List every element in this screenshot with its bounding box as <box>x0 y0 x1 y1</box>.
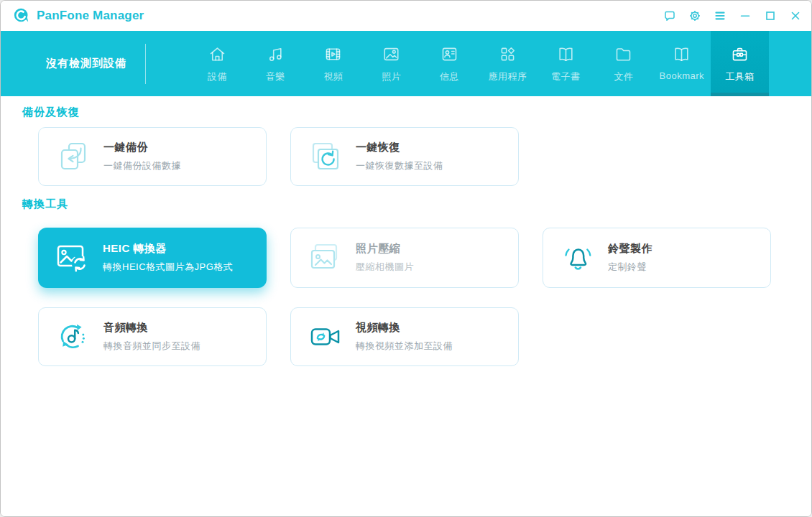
card-title: 照片壓縮 <box>356 242 414 256</box>
card-subtitle: 轉換音頻並同步至設備 <box>103 340 200 353</box>
tab-toolbox[interactable]: 工具箱 <box>711 31 769 96</box>
card-one-click-backup[interactable]: 一鍵備份 一鍵備份設備數據 <box>38 127 267 186</box>
app-title: PanFone Manager <box>37 9 144 23</box>
minimize-icon[interactable] <box>738 9 752 23</box>
card-title: 鈴聲製作 <box>608 242 652 256</box>
card-title: 視頻轉換 <box>356 321 453 335</box>
tab-bookmark[interactable]: Bookmark <box>652 31 711 96</box>
bookmark-book-icon <box>672 45 691 64</box>
titlebar-controls <box>663 9 803 23</box>
card-one-click-restore[interactable]: 一鍵恢復 一鍵恢復數據至設備 <box>290 127 519 186</box>
tab-info[interactable]: 信息 <box>420 31 479 96</box>
app-window: PanFone Manager <box>0 0 812 517</box>
contacts-card-icon <box>440 45 459 64</box>
convert-tools-row-1: HEIC 轉換器 轉換HEIC格式圖片為JPG格式 照片壓縮 壓縮相機圖片 <box>38 228 771 288</box>
video-convert-icon <box>308 320 343 354</box>
tab-photos[interactable]: 照片 <box>362 31 420 96</box>
card-subtitle: 壓縮相機圖片 <box>356 261 414 274</box>
card-title: 音頻轉換 <box>103 321 200 335</box>
main-content: 備份及恢復 一鍵備份 一鍵備份設備數據 <box>1 96 811 516</box>
photo-icon <box>382 45 401 64</box>
tab-label: 信息 <box>440 70 459 83</box>
card-audio-convert[interactable]: 音頻轉換 轉換音頻並同步至設備 <box>38 307 267 366</box>
tab-apps[interactable]: 應用程序 <box>479 31 537 96</box>
menu-icon[interactable] <box>713 9 727 23</box>
nav-divider <box>145 44 146 84</box>
photo-compress-icon <box>308 241 343 275</box>
tab-label: 視頻 <box>323 70 343 83</box>
tab-files[interactable]: 文件 <box>595 31 653 96</box>
card-video-convert[interactable]: 視頻轉換 轉換視頻並添加至設備 <box>290 307 519 366</box>
card-title: 一鍵備份 <box>103 141 181 154</box>
card-subtitle: 一鍵恢復數據至設備 <box>356 159 443 172</box>
nav-bar: 沒有檢測到設備 設備 音樂 <box>1 31 811 96</box>
card-title: HEIC 轉換器 <box>103 242 233 256</box>
feedback-icon[interactable] <box>663 9 677 23</box>
card-subtitle: 定制鈴聲 <box>608 261 652 274</box>
nav-tabs: 設備 音樂 視頻 <box>188 31 769 96</box>
maximize-icon[interactable] <box>763 9 778 23</box>
card-subtitle: 轉換視頻並添加至設備 <box>356 340 453 353</box>
device-status: 沒有檢測到設備 <box>46 31 126 96</box>
title-bar: PanFone Manager <box>1 1 811 31</box>
device-home-icon <box>208 45 227 64</box>
card-subtitle: 轉換HEIC格式圖片為JPG格式 <box>103 261 233 274</box>
tab-video[interactable]: 視頻 <box>305 31 363 96</box>
convert-tools-row-2: 音頻轉換 轉換音頻並同步至設備 視頻轉換 <box>38 307 519 366</box>
apps-icon <box>498 45 517 64</box>
card-subtitle: 一鍵備份設備數據 <box>103 159 181 172</box>
tab-label: 電子書 <box>551 70 581 83</box>
tab-device[interactable]: 設備 <box>188 31 246 96</box>
close-icon[interactable] <box>788 9 803 23</box>
card-title: 一鍵恢復 <box>356 141 443 154</box>
audio-convert-icon <box>56 320 91 354</box>
card-ringtone-maker[interactable]: 鈴聲製作 定制鈴聲 <box>543 228 771 288</box>
section-title-backup-restore: 備份及恢復 <box>22 106 80 119</box>
files-folder-icon <box>614 45 633 64</box>
tab-music[interactable]: 音樂 <box>246 31 305 96</box>
video-icon <box>323 45 343 64</box>
tab-label: 應用程序 <box>488 70 527 83</box>
section-title-convert-tools: 轉換工具 <box>22 197 68 211</box>
ebook-icon <box>556 45 576 64</box>
tab-label: 文件 <box>614 70 633 83</box>
card-photo-compress[interactable]: 照片壓縮 壓縮相機圖片 <box>290 228 519 288</box>
tab-label: 設備 <box>208 70 227 83</box>
panfone-logo-icon <box>12 6 31 25</box>
ringtone-maker-icon <box>560 241 595 275</box>
one-click-restore-icon <box>308 139 343 174</box>
tab-label: 工具箱 <box>725 70 755 83</box>
tab-ebook[interactable]: 電子書 <box>537 31 595 96</box>
heic-converter-icon <box>55 241 90 275</box>
tab-label: 音樂 <box>266 70 285 83</box>
one-click-backup-icon <box>56 139 91 174</box>
toolbox-icon <box>730 45 749 64</box>
music-icon <box>266 45 285 64</box>
tab-label: 照片 <box>382 70 401 83</box>
backup-restore-row: 一鍵備份 一鍵備份設備數據 一鍵恢復 一鍵恢復數據至設備 <box>38 127 519 186</box>
tab-label: Bookmark <box>660 70 705 81</box>
settings-icon[interactable] <box>688 9 702 23</box>
card-heic-converter[interactable]: HEIC 轉換器 轉換HEIC格式圖片為JPG格式 <box>38 228 267 288</box>
